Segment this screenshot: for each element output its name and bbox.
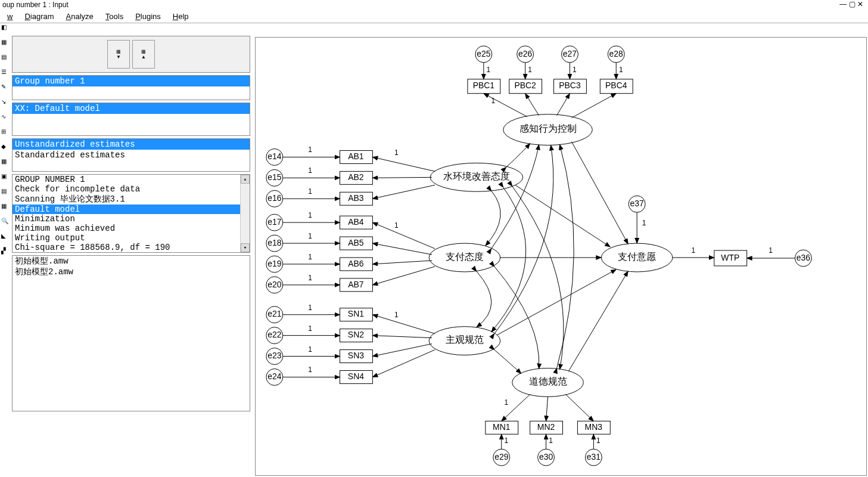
w: 1: [549, 436, 553, 445]
path-mn-int[interactable]: [568, 271, 628, 371]
l: e14: [267, 151, 282, 161]
l: AB3: [348, 193, 364, 203]
tool-icon[interactable]: ▣: [1, 173, 10, 182]
tool-icon[interactable]: ▤: [1, 188, 10, 197]
cov-attw-pbc[interactable]: [506, 144, 530, 168]
out-line[interactable]: Default model: [13, 205, 250, 214]
path[interactable]: [372, 344, 432, 357]
model-item[interactable]: XX: Default model: [13, 103, 250, 114]
out-line: Chi-square = 188568.9, df = 190: [13, 243, 250, 252]
path-diagram-canvas[interactable]: 感知行为控制 水环境改善态度 支付态度 主观规范 道德规范 支付意愿 PBC1 …: [255, 37, 867, 476]
w: 1: [491, 97, 495, 105]
l: MN2: [537, 422, 555, 432]
path[interactable]: [571, 94, 616, 118]
l: e37: [630, 199, 645, 208]
path-attw-int[interactable]: [515, 185, 611, 247]
menu-view[interactable]: w: [1, 11, 18, 22]
menu-help[interactable]: Help: [167, 11, 195, 22]
path[interactable]: [372, 315, 435, 334]
zoom-icon[interactable]: 🔍: [1, 218, 10, 227]
l: e30: [539, 452, 553, 461]
tool-icon[interactable]: ✎: [1, 83, 10, 92]
path[interactable]: [372, 177, 432, 178]
l: e31: [587, 452, 601, 461]
estimate-item[interactable]: Unstandardized estimates: [13, 139, 250, 150]
path[interactable]: [372, 261, 432, 264]
w: 1: [308, 211, 312, 219]
files-list[interactable]: 初始模型.amw 初始模型2.amw: [12, 255, 250, 411]
cov-mn-pbc[interactable]: [557, 145, 574, 368]
path[interactable]: [372, 157, 435, 171]
file-item[interactable]: 初始模型2.amw: [13, 267, 250, 277]
file-item[interactable]: 初始模型.amw: [13, 256, 250, 267]
menu-diagram[interactable]: Diagram: [18, 11, 60, 22]
obs-PBC1-label: PBC1: [473, 80, 495, 90]
cov-attp-sn[interactable]: [477, 271, 491, 327]
left-error-paths: 1 1 1 1 1 1 1 1 1 1 1: [283, 145, 340, 377]
path[interactable]: [565, 394, 593, 421]
l: AB1: [348, 151, 364, 161]
path[interactable]: [546, 397, 548, 421]
models-list[interactable]: XX: Default model: [12, 103, 250, 136]
scroll-down-button[interactable]: ▾: [241, 243, 250, 252]
latent-attw-label: 水环境改善态度: [443, 171, 510, 181]
tool-icon[interactable]: ▦: [1, 203, 10, 212]
path-sn-int[interactable]: [497, 270, 616, 335]
path[interactable]: [372, 243, 432, 255]
left-tool-column: ◧ ▦ ▤ ☰ ✎ ↘ ∿ ⊞ ◆ ▦ ▣ ▤ ▦ 🔍 ◣ ▞: [0, 24, 11, 256]
cov-attw-attp[interactable]: [486, 191, 500, 246]
l: SN4: [348, 371, 364, 381]
tool-icon[interactable]: ↘: [1, 98, 10, 107]
cov-attw-mn[interactable]: [512, 186, 564, 369]
tool-icon[interactable]: ▤: [1, 54, 10, 63]
cov-attp-pbc[interactable]: [491, 145, 539, 249]
estimates-list[interactable]: Unstandardized estimates Standardized es…: [12, 138, 250, 172]
path[interactable]: [484, 94, 527, 117]
l: e16: [267, 193, 282, 203]
out-line: Minimum was achieved: [13, 224, 250, 233]
input-path-diagram-button[interactable]: ▦▼: [107, 40, 130, 69]
computation-summary[interactable]: GROUP NUMBER 1 Check for incomplete data…: [12, 174, 250, 253]
path[interactable]: [557, 94, 570, 116]
tool-icon[interactable]: ◧: [1, 24, 10, 33]
w: 1: [504, 436, 508, 445]
menu-plugins[interactable]: Plugins: [129, 11, 167, 22]
spacer: [13, 114, 250, 125]
w: 1: [642, 219, 646, 227]
tool-icon[interactable]: ∿: [1, 113, 10, 122]
l: e21: [267, 309, 282, 318]
path[interactable]: [372, 350, 435, 377]
path-pbc-int[interactable]: [571, 142, 628, 244]
tool-icon[interactable]: ▦: [1, 158, 10, 167]
window-controls[interactable]: — ▢ ✕: [839, 0, 863, 8]
path[interactable]: [372, 222, 435, 249]
tool-icon[interactable]: ☰: [1, 69, 10, 78]
tool-icon[interactable]: ▦: [1, 39, 10, 48]
out-line: Writing output: [13, 233, 250, 243]
w: 1: [692, 246, 696, 255]
path[interactable]: [525, 94, 539, 116]
cov-attp-mn[interactable]: [494, 267, 539, 369]
w: 1: [394, 311, 399, 319]
path[interactable]: [372, 267, 435, 285]
path[interactable]: [372, 336, 432, 338]
output-path-diagram-button[interactable]: ▦▲: [132, 40, 155, 69]
tool-icon[interactable]: ◆: [1, 143, 10, 152]
path[interactable]: [372, 185, 435, 199]
group-item[interactable]: Group number 1: [13, 76, 250, 86]
tool-icon[interactable]: ▞: [1, 247, 10, 256]
l: e22: [267, 330, 282, 339]
scrollbar[interactable]: ▴ ▾: [240, 175, 250, 252]
tool-icon[interactable]: ◣: [1, 233, 10, 241]
groups-list[interactable]: Group number 1: [12, 75, 250, 100]
menu-analyze[interactable]: Analyze: [60, 11, 99, 22]
w: 1: [769, 246, 773, 255]
tool-icon[interactable]: ⊞: [1, 128, 10, 137]
out-line: GROUP NUMBER 1: [13, 175, 250, 184]
menu-tools[interactable]: Tools: [99, 11, 129, 22]
cov-sn-mn[interactable]: [494, 350, 521, 374]
w: 1: [308, 303, 312, 312]
estimate-item[interactable]: Standardized estimates: [13, 150, 250, 160]
l: AB4: [348, 217, 364, 227]
scroll-up-button[interactable]: ▴: [241, 175, 250, 184]
